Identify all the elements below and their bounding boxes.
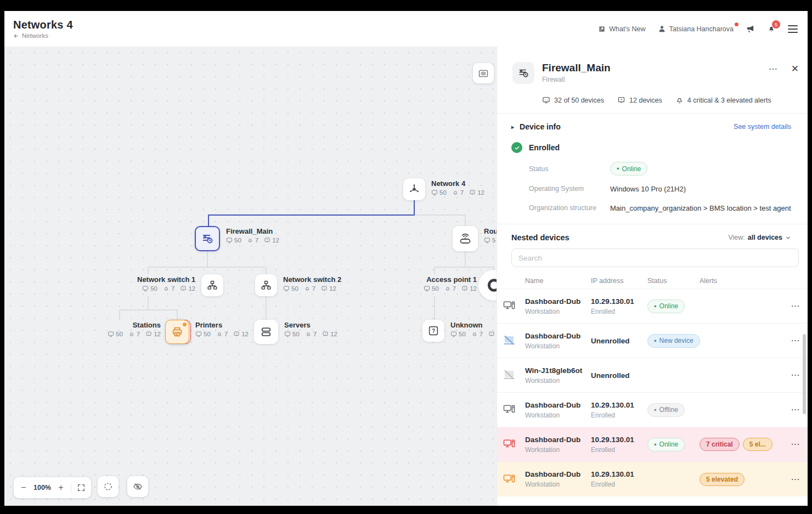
monitor-icon	[424, 285, 430, 292]
see-system-details-link[interactable]: See system details	[734, 123, 791, 131]
field-value: Main_company_organization > BMS location…	[610, 204, 791, 212]
node-servers[interactable]: Servers 50 7 12	[254, 320, 337, 344]
monitored-stat: 50	[283, 285, 298, 292]
monitored-stat: 50	[226, 237, 241, 244]
node-network-4[interactable]: Network 4 50 7 12	[403, 178, 484, 200]
topology-edges	[4, 47, 497, 506]
unknown-device-icon[interactable]: ?	[422, 320, 444, 342]
bell-icon	[452, 189, 459, 196]
monitored-stat: 50	[450, 331, 466, 337]
node-stats: 50 7 12	[142, 285, 195, 292]
node-network-switch-2[interactable]: Network switch 2 50 7 12	[255, 274, 341, 296]
user-name: Tatsiana Hancharova	[669, 25, 734, 33]
firewall-icon[interactable]	[195, 226, 220, 251]
node-stats: 50 7 12	[283, 285, 341, 292]
panel-scrollbar[interactable]	[803, 334, 806, 414]
user-menu[interactable]: Tatsiana Hancharova	[658, 25, 734, 33]
screen-icon	[322, 331, 329, 337]
zoom-level: 100%	[33, 484, 51, 492]
row-menu-button[interactable]: ⋯	[783, 303, 808, 309]
nested-devices-table: Name IP address Status Alerts Dashboard-…	[497, 273, 808, 496]
bell-icon	[247, 237, 253, 244]
alerts-stat: 7	[444, 285, 456, 292]
search-input[interactable]	[511, 248, 799, 267]
breadcrumb-back[interactable]: Networks	[13, 32, 73, 39]
panel-subtitle: Firewall	[542, 76, 611, 83]
devices-stat: 12	[321, 285, 336, 292]
node-printers[interactable]: Printers 50 7 12	[165, 320, 249, 344]
node-firewall-main[interactable]: Firewall_Main 50 7 12	[195, 226, 279, 251]
device-type: Workstation	[525, 446, 591, 454]
field-label: Organization structure	[529, 204, 610, 212]
notifications-button[interactable]: 5	[767, 24, 776, 33]
node-unknown[interactable]: ? Unknown 50 7 12	[422, 320, 497, 342]
screen-icon	[180, 285, 187, 292]
col-name: Name	[525, 277, 591, 285]
bell-icon	[216, 331, 223, 337]
fit-screen-icon[interactable]	[77, 483, 86, 492]
table-row[interactable]: Win-J1t8gleb6otWorkstation Unenrolled ⋯	[497, 358, 808, 393]
node-label: Stations 50 7 12	[108, 320, 161, 337]
dashed-circle-icon	[103, 482, 113, 492]
table-row-critical[interactable]: Dashboard-DubWorkstation 10.29.130.01Enr…	[497, 427, 808, 462]
node-stats: 50 7 12	[108, 331, 161, 337]
switch-icon[interactable]	[201, 274, 223, 296]
hide-elements-button[interactable]	[127, 476, 148, 497]
table-row[interactable]: Dashboard-DubWorkstation 10.29.130.01Enr…	[497, 393, 808, 427]
unenrolled-laptop-icon	[503, 335, 515, 346]
zoom-in-button[interactable]: +	[57, 483, 65, 493]
node-name: Unknown	[450, 321, 497, 329]
select-area-button[interactable]	[98, 476, 119, 497]
legend-icon	[478, 70, 488, 77]
router-icon[interactable]	[453, 226, 478, 251]
devices-stat: 12	[233, 331, 249, 337]
node-network-switch-1[interactable]: Network switch 1 50 7 12	[137, 274, 223, 296]
top-bar: Networks 4 Networks What's New Tatsiana …	[4, 11, 808, 47]
legend-toggle-button[interactable]	[473, 63, 494, 83]
close-panel-button[interactable]: ✕	[791, 63, 799, 75]
announcements-button[interactable]	[746, 24, 755, 33]
table-row-elevated[interactable]: Dashboard-DubWorkstation 10.29.130.01Enr…	[497, 462, 808, 496]
critical-alerts-pill: 7 critical	[700, 438, 740, 451]
network-hub-icon[interactable]	[403, 178, 425, 200]
printer-icon[interactable]	[165, 320, 189, 344]
node-name: Stations	[133, 321, 161, 329]
node-router[interactable]: Rou 5	[453, 226, 497, 251]
device-details-panel: Firewall_Main Firewall ⋯ ✕ 32 of 50 devi…	[497, 47, 808, 506]
row-menu-button[interactable]: ⋯	[783, 442, 808, 447]
device-type: Workstation	[525, 377, 591, 385]
row-menu-button[interactable]: ⋯	[783, 477, 808, 482]
devices-stat: 12	[264, 237, 279, 244]
chevron-down-icon	[785, 235, 791, 241]
panel-menu-button[interactable]: ⋯	[769, 66, 778, 72]
node-stats: 50 7 12	[450, 331, 497, 337]
org-field: Organization structure Main_company_orga…	[529, 202, 791, 214]
screen-icon	[233, 331, 240, 337]
notification-badge: 5	[772, 20, 780, 29]
alerts-stat: 7	[471, 331, 483, 337]
workstation-icon	[503, 301, 515, 312]
topology-canvas[interactable]: Network 4 50 7 12 Firewall_Main 50	[4, 47, 497, 506]
view-value: all devices	[748, 234, 782, 241]
node-label: Network switch 2 50 7 12	[283, 274, 341, 292]
table-row[interactable]: Dashboard-DubWorkstation 10.29.130.01Enr…	[497, 289, 808, 324]
monitored-stat: 50	[142, 285, 157, 292]
col-status: Status	[647, 277, 700, 285]
device-info-toggle[interactable]: ▸ Device info	[511, 122, 561, 131]
server-icon[interactable]	[254, 320, 278, 344]
whats-new-label: What's New	[609, 25, 645, 33]
node-label: Printers 50 7 12	[195, 320, 249, 337]
enrollment-status: Enrolled	[529, 143, 560, 152]
view-filter-dropdown[interactable]: View: all devices	[728, 234, 791, 241]
switch-icon[interactable]	[255, 274, 277, 296]
whats-new-link[interactable]: What's New	[598, 25, 645, 33]
field-label: Status	[529, 165, 610, 173]
devices-stat: 12	[461, 285, 477, 292]
breadcrumb-label: Networks	[22, 32, 48, 39]
zoom-out-button[interactable]: −	[19, 483, 28, 493]
main-menu-button[interactable]	[788, 25, 798, 33]
table-row[interactable]: Dashboard-DubWorkstation Unenrolled New …	[497, 324, 808, 358]
device-info-heading: Device info	[520, 122, 561, 131]
screen-icon	[461, 285, 468, 292]
node-stats: 50 7 12	[284, 331, 337, 337]
